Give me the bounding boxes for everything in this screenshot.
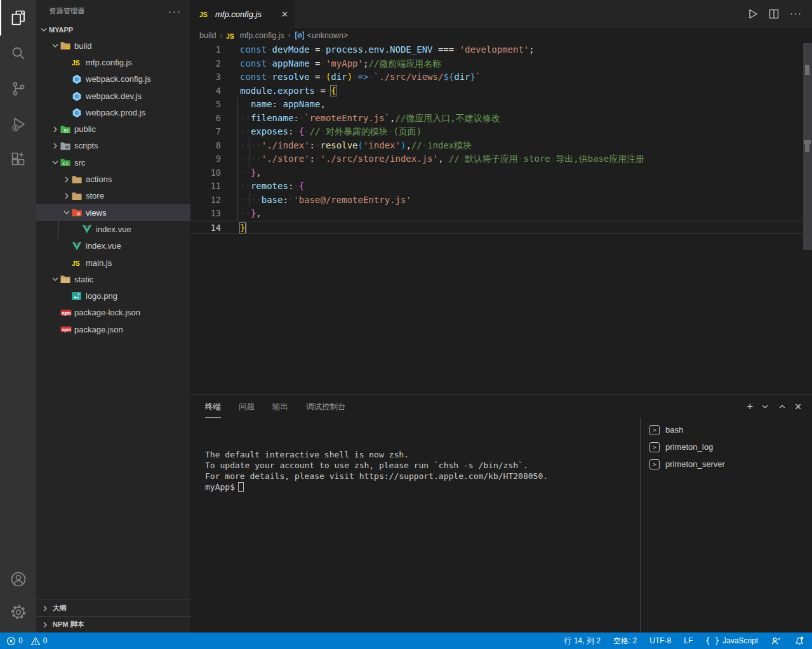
terminal-list-item-bash[interactable]: >bash: [641, 421, 812, 438]
breadcrumb-item[interactable]: build: [199, 31, 216, 40]
more-actions-button[interactable]: ···: [790, 8, 802, 20]
webpack-icon: [72, 91, 86, 101]
terminal-name: primeton_server: [665, 459, 725, 469]
encoding-status[interactable]: UTF-8: [649, 636, 671, 645]
tree-item-src[interactable]: src: [36, 154, 190, 171]
svg-text:JS: JS: [226, 32, 234, 40]
tab-mfp-config-js[interactable]: JS mfp.config.js ✕: [190, 0, 295, 28]
section-大纲[interactable]: 大纲: [36, 600, 190, 616]
tree-item-static[interactable]: static: [36, 271, 190, 287]
tree-item-webpack-prod-js[interactable]: webpack.prod.js: [36, 104, 190, 121]
editor-scrollbar[interactable]: [803, 43, 812, 250]
panel-tab-问题[interactable]: 问题: [239, 395, 255, 418]
run-debug-icon: [10, 116, 27, 133]
panel-tab-调试控制台[interactable]: 调试控制台: [306, 395, 346, 418]
panel-tab-终端[interactable]: 终端: [205, 395, 221, 418]
terminal-output[interactable]: The default interactive shell is now zsh…: [205, 449, 548, 492]
terminal-icon: >: [649, 425, 660, 435]
activity-bar-items: [0, 0, 36, 178]
close-tab-icon[interactable]: ✕: [281, 10, 288, 19]
activity-bar-explorer[interactable]: [0, 0, 36, 36]
folder-static-icon: [60, 275, 74, 284]
activity-bar-run-debug[interactable]: [0, 107, 36, 142]
panel-tab-输出[interactable]: 输出: [272, 395, 288, 418]
code-line-9: 9····'./store':·'./src/store/index.js',·…: [190, 152, 812, 166]
tree-item-actions[interactable]: actions: [36, 171, 190, 187]
tree-item-package-json[interactable]: npmpackage.json: [36, 321, 190, 338]
webpack-icon: [72, 74, 86, 84]
language-status[interactable]: { } JavaScript: [705, 636, 758, 645]
activity-bar: [0, 0, 36, 633]
activity-bar-settings[interactable]: [0, 596, 36, 629]
breadcrumb-item[interactable]: JSmfp.config.js: [226, 31, 284, 40]
breadcrumb-item[interactable]: <unknown>: [295, 31, 349, 40]
folder-scripts-icon: [60, 141, 74, 150]
tree-item-index-vue[interactable]: index.vue: [36, 238, 190, 254]
chevron-right-icon: [40, 620, 50, 630]
project-root-header[interactable]: MYAPP: [36, 22, 190, 37]
explorer-more-actions-icon[interactable]: ···: [168, 6, 182, 16]
tree-item-views[interactable]: views: [36, 204, 190, 221]
breadcrumb-label: build: [199, 31, 216, 40]
chevron-right-icon: [62, 191, 72, 201]
tree-item-mfp-config-js[interactable]: JSmfp.config.js: [36, 54, 190, 70]
terminal-dropdown-button[interactable]: [760, 402, 770, 412]
tab-label: mfp.config.js: [215, 10, 262, 19]
sidebar-bottom-sections: 大纲NPM 脚本: [36, 600, 190, 633]
activity-bar-search[interactable]: [0, 36, 36, 71]
tree-item-main-js[interactable]: JSmain.js: [36, 254, 190, 271]
tree-item-label: webpack.config.js: [86, 74, 151, 84]
code-line-8: 8····'./index':·resolve('index'),//·inde…: [190, 139, 812, 153]
chevron-right-icon: [40, 603, 50, 613]
tree-item-label: build: [74, 41, 91, 51]
folder-views-icon: [72, 208, 86, 217]
code-line-1: 1const·devMode·=·process.env.NODE_ENV·==…: [190, 43, 812, 57]
tree-item-scripts[interactable]: scripts: [36, 138, 190, 154]
error-count: 0: [18, 636, 23, 645]
activity-bar-extensions[interactable]: [0, 142, 36, 178]
breadcrumb-label: mfp.config.js: [239, 31, 284, 40]
problems-status[interactable]: 0 0: [6, 636, 47, 646]
code-line-12: 12····base:·'base@/remoteEntry.js': [190, 193, 812, 207]
tree-item-store[interactable]: store: [36, 188, 190, 204]
tree-item-build[interactable]: build: [36, 37, 190, 54]
feedback-icon[interactable]: [771, 636, 782, 646]
svg-text:npm: npm: [62, 311, 70, 316]
js-icon: JS: [72, 58, 86, 67]
run-button[interactable]: [747, 8, 758, 20]
indentation-status[interactable]: 空格: 2: [613, 636, 637, 646]
code-editor[interactable]: 1const·devMode·=·process.env.NODE_ENV·==…: [190, 43, 812, 395]
sidebar-title-bar: 资源管理器 ···: [36, 0, 190, 22]
editor-group: JS mfp.config.js ✕ ··· build›JSmfp.confi…: [190, 0, 812, 633]
terminal-list-item-primeton_server[interactable]: >primeton_server: [641, 456, 812, 473]
js-icon: JS: [72, 258, 86, 267]
code-line-10: 10··},: [190, 166, 812, 180]
close-panel-button[interactable]: ✕: [794, 401, 802, 412]
search-icon: [10, 45, 27, 62]
line-number: 5: [190, 98, 221, 112]
gear-icon: [10, 603, 27, 621]
breadcrumb-separator: ›: [288, 31, 291, 40]
line-number: 4: [190, 84, 221, 98]
js-icon: JS: [199, 10, 210, 18]
tree-item-public[interactable]: public: [36, 121, 190, 137]
split-editor-button[interactable]: [768, 8, 780, 20]
tree-item-logo-png[interactable]: logo.png: [36, 287, 190, 304]
maximize-panel-button[interactable]: [777, 402, 787, 412]
notifications-bell-icon[interactable]: [794, 636, 804, 646]
chevron-right-icon: [50, 124, 60, 134]
new-terminal-button[interactable]: +: [747, 401, 753, 412]
terminal-list-item-primeton_log[interactable]: >primeton_log: [641, 438, 812, 456]
section-npm-脚本[interactable]: NPM 脚本: [36, 616, 190, 633]
tree-item-webpack-config-js[interactable]: webpack.config.js: [36, 71, 190, 88]
code-line-14: 14}: [190, 221, 812, 235]
tree-item-webpack-dev-js[interactable]: webpack.dev.js: [36, 88, 190, 104]
cursor-position-status[interactable]: 行 14, 列 2: [564, 636, 601, 646]
tree-item-index-vue[interactable]: index.vue: [36, 221, 190, 237]
terminal-icon: >: [649, 442, 660, 452]
tree-item-package-lock-json[interactable]: npmpackage-lock.json: [36, 305, 190, 321]
activity-bar-source-control[interactable]: [0, 71, 36, 107]
eol-status[interactable]: LF: [684, 636, 693, 645]
tree-item-label: scripts: [74, 141, 98, 150]
activity-bar-account[interactable]: [0, 563, 36, 596]
